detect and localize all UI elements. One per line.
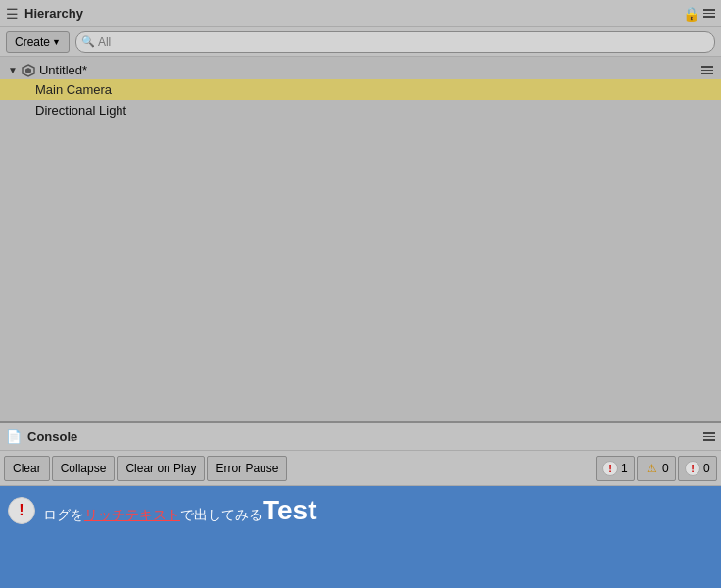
search-input[interactable] (75, 31, 715, 53)
console-log-area[interactable]: ! ログをリッチテキストで出してみるTest (0, 486, 721, 588)
log-text-middle: で出してみる (180, 507, 263, 522)
clear-button[interactable]: Clear (4, 456, 50, 481)
clear-on-play-button[interactable]: Clear on Play (117, 456, 205, 481)
log-text-prefix: ログを (43, 507, 84, 522)
create-dropdown-icon: ▼ (52, 37, 61, 47)
scene-root-left: ▼ Untitled* (8, 63, 87, 77)
warning-count-icon: ⚠ (644, 461, 659, 476)
titlebar-icons: 🔒 (683, 6, 715, 22)
hierarchy-content: ▼ Untitled* Main Camera Directional Ligh… (0, 57, 721, 421)
log-count: 0 (703, 462, 710, 475)
log-count-button[interactable]: ! 0 (678, 456, 717, 481)
hamburger-icon: ☰ (6, 6, 19, 22)
hierarchy-item-main-camera[interactable]: Main Camera (0, 79, 721, 100)
log-text-big: Test (263, 495, 317, 525)
warning-count: 0 (662, 462, 669, 475)
log-count-icon: ! (685, 461, 700, 476)
hierarchy-title: Hierarchy (24, 6, 83, 21)
scene-icon (22, 64, 35, 77)
error-count-button[interactable]: ! 1 (596, 456, 635, 481)
console-doc-icon: 📄 (6, 429, 22, 444)
hierarchy-toolbar: Create ▼ 🔍 (0, 27, 721, 57)
hierarchy-item-directional-light[interactable]: Directional Light (0, 100, 721, 121)
console-title-left: 📄 Console (6, 429, 77, 444)
log-entry-text: ログをリッチテキストで出してみるTest (43, 495, 317, 526)
console-toolbar: Clear Collapse Clear on Play Error Pause… (0, 451, 721, 486)
console-menu-icon[interactable] (703, 432, 715, 441)
search-icon: 🔍 (81, 35, 95, 48)
log-text-rich: リッチテキスト (84, 507, 180, 522)
hierarchy-title-left: ☰ Hierarchy (6, 6, 83, 22)
scene-root[interactable]: ▼ Untitled* (0, 61, 721, 79)
hierarchy-titlebar: ☰ Hierarchy 🔒 (0, 0, 721, 27)
scene-name: Untitled* (39, 63, 87, 77)
warning-count-button[interactable]: ⚠ 0 (637, 456, 676, 481)
svg-marker-1 (25, 68, 31, 74)
lock-icon[interactable]: 🔒 (683, 6, 699, 22)
create-button[interactable]: Create ▼ (6, 31, 70, 53)
log-entry[interactable]: ! ログをリッチテキストで出してみるTest (0, 486, 721, 535)
collapse-button[interactable]: Collapse (52, 456, 116, 481)
hierarchy-panel: ☰ Hierarchy 🔒 Create ▼ 🔍 ▼ (0, 0, 721, 421)
console-right-buttons: ! 1 ⚠ 0 ! 0 (596, 456, 717, 481)
scene-menu-icon[interactable] (701, 66, 713, 74)
expand-icon: ▼ (8, 65, 18, 75)
console-panel: 📄 Console Clear Collapse Clear on Play E… (0, 421, 721, 588)
error-count-icon: ! (602, 461, 618, 476)
console-title: Console (27, 429, 77, 444)
log-entry-icon: ! (8, 497, 35, 524)
directional-light-label: Directional Light (35, 103, 126, 118)
error-pause-button[interactable]: Error Pause (207, 456, 287, 481)
menu-icon[interactable] (703, 9, 715, 18)
console-titlebar: 📄 Console (0, 423, 721, 451)
search-wrapper: 🔍 (75, 31, 715, 53)
create-label: Create (15, 35, 50, 49)
error-count: 1 (621, 462, 628, 475)
main-camera-label: Main Camera (35, 82, 112, 97)
